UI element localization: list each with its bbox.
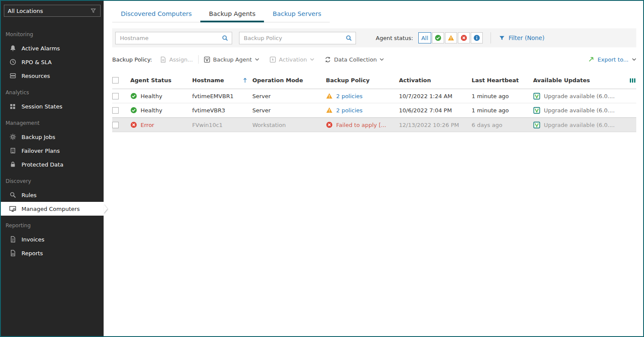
header-backup-policy[interactable]: Backup Policy [326,77,399,83]
sidebar-item-label: Session States [21,103,62,110]
row-checkbox-cell [112,93,130,99]
sidebar-item-label: Rules [21,192,37,198]
building-icon [9,147,16,155]
table-row[interactable]: Healthy fvtimeVBR3 Server 2 policies 10/… [112,103,636,117]
agents-table: Agent Status Hostname Operation Mode Bac… [112,72,636,132]
activation-cell: 10/7/2022 1:24 AM [399,93,472,99]
row-checkbox-cell [112,107,130,114]
backup-policy-link[interactable]: Failed to apply [... [336,122,386,128]
sidebar-section-reporting: Reporting [1,216,104,232]
header-hostname[interactable]: Hostname [192,77,252,83]
sidebar-nav: Monitoring Active Alarms RPO & SLA Resou… [1,25,104,260]
activation-menu-button[interactable]: Activation [264,56,319,63]
sidebar-item-reports[interactable]: Reports [1,246,104,260]
data-collection-menu-label: Data Collection [334,56,377,63]
warning-icon [448,34,454,41]
data-collection-menu-button[interactable]: Data Collection [319,56,389,63]
row-checkbox[interactable] [112,122,119,128]
sidebar-item-invoices[interactable]: Invoices [1,232,104,246]
assign-policy-icon [160,56,166,63]
sidebar-item-active-alarms[interactable]: Active Alarms [1,41,104,55]
table-row[interactable]: Error FVwin10c1 Workstation Failed to ap… [112,117,636,132]
select-all-checkbox[interactable] [112,77,119,83]
last-heartbeat-cell: 1 minute ago [472,93,533,99]
filter-none-label: Filter (None) [509,34,544,41]
location-selector-label: All Locations [8,8,43,14]
sidebar-item-session-states[interactable]: Session States [1,99,104,113]
status-filter-warning-button[interactable] [445,32,457,43]
column-chooser-button[interactable] [624,78,636,83]
sort-ascending-icon[interactable] [243,77,247,83]
sidebar-item-managed-computers[interactable]: Managed Computers [1,202,104,216]
last-heartbeat-cell: 6 days ago [472,122,533,128]
filter-funnel-icon [499,35,505,41]
activation-menu-label: Activation [279,56,307,63]
veeam-agent-icon [533,93,540,100]
sidebar-item-rules[interactable]: Rules [1,188,104,202]
available-updates-cell: Upgrade available (6.0.... [533,107,624,114]
tab-backup-agents[interactable]: Backup Agents [200,7,264,22]
bell-icon [9,45,16,52]
table-row[interactable]: Healthy fvtimeEMVBR1 Server 2 policies 1… [112,89,636,103]
agent-status-text: Error [141,122,154,128]
sidebar-item-label: Protected Data [21,161,63,168]
sidebar-item-protected-data[interactable]: Protected Data [1,158,104,171]
status-filter-healthy-button[interactable] [432,32,444,43]
operation-mode-cell: Server [252,107,326,114]
search-icon[interactable] [346,35,352,41]
backup-policy-link[interactable]: 2 policies [336,107,362,114]
healthy-icon [435,34,442,41]
warning-icon [326,107,333,114]
backup-policy-cell: 2 policies [326,93,399,99]
info-icon [473,34,480,41]
status-filter-error-button[interactable] [458,32,470,43]
header-last-heartbeat[interactable]: Last Heartbeat [472,77,533,83]
agent-status-text: Healthy [141,93,162,99]
error-icon [460,34,467,41]
header-operation-mode[interactable]: Operation Mode [252,77,326,83]
export-to-button[interactable]: Export to... [582,56,636,63]
filter-funnel-icon[interactable] [89,7,97,15]
sidebar-item-label: Active Alarms [21,45,60,52]
computer-icon [9,205,16,213]
header-activation[interactable]: Activation [399,77,472,83]
header-agent-status[interactable]: Agent Status [130,77,192,83]
chevron-down-icon [380,58,384,61]
sidebar-item-label: Resources [21,73,50,79]
agent-status-cell: Error [130,121,192,128]
sidebar-item-resources[interactable]: Resources [1,69,104,83]
sidebar-item-label: Managed Computers [21,206,80,212]
tabs-row: Discovered Computers Backup Agents Backu… [112,7,636,22]
backup-policy-search-input[interactable] [243,34,346,42]
tab-backup-servers[interactable]: Backup Servers [264,7,330,22]
location-selector[interactable]: All Locations [4,5,101,17]
filter-bar-divider [491,32,491,43]
hostname-cell: fvtimeVBR3 [192,107,252,114]
status-filter-all-button[interactable]: All [418,32,431,43]
sidebar-item-backup-jobs[interactable]: Backup Jobs [1,130,104,144]
sidebar-item-failover-plans[interactable]: Failover Plans [1,144,104,158]
search-icon[interactable] [222,35,228,41]
row-checkbox[interactable] [112,93,119,99]
hostname-search-input[interactable] [119,34,222,42]
row-checkbox-cell [112,122,130,128]
sidebar-item-label: Invoices [21,236,44,243]
tab-discovered-computers[interactable]: Discovered Computers [112,7,200,22]
header-available-updates[interactable]: Available Updates [533,77,624,83]
row-checkbox[interactable] [112,107,119,114]
veeam-agent-icon [533,107,540,114]
backup-policy-link[interactable]: 2 policies [336,93,362,99]
backup-policy-toolbar-label: Backup Policy: [112,56,152,63]
sidebar: All Locations Monitoring Active Alarms R… [1,1,104,336]
filter-none-button[interactable]: Filter (None) [499,34,544,41]
backup-agent-menu-button[interactable]: Backup Agent [199,56,264,63]
assign-policy-button[interactable]: Assign... [155,56,198,63]
backup-agent-menu-label: Backup Agent [213,56,252,63]
assign-policy-label: Assign... [169,56,193,63]
main-content: Discovered Computers Backup Agents Backu… [104,1,643,336]
status-filter-info-button[interactable] [471,32,483,43]
invoice-icon [9,236,16,243]
tab-strip: Discovered Computers Backup Agents Backu… [112,7,330,22]
healthy-icon [130,93,137,99]
sidebar-item-rpo-sla[interactable]: RPO & SLA [1,55,104,69]
